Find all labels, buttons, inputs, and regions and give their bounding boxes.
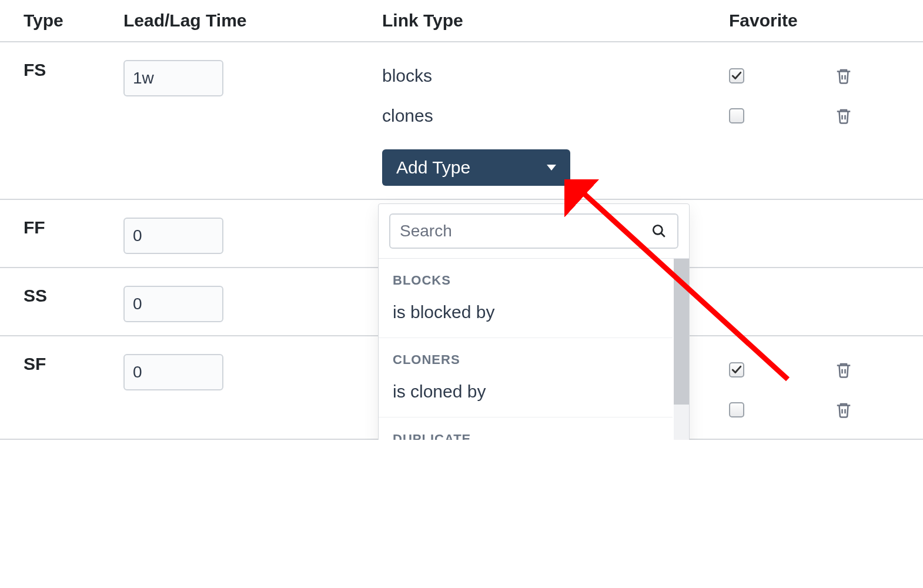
col-header-favorite: Favorite: [705, 0, 811, 42]
add-type-button[interactable]: Add Type: [382, 149, 570, 186]
add-type-dropdown: BLOCKS is blocked by CLONERS is cloned b…: [378, 203, 690, 440]
trash-icon[interactable]: [835, 400, 852, 419]
link-type-label: blocks: [382, 60, 698, 92]
dropdown-group-header: DUPLICATE: [379, 417, 673, 440]
type-label: SS: [0, 268, 100, 336]
type-label: FF: [0, 199, 100, 268]
dropdown-group-header: CLONERS: [379, 338, 673, 372]
chevron-down-icon: [547, 165, 556, 171]
trash-icon[interactable]: [835, 360, 852, 379]
search-icon: [651, 223, 667, 239]
svg-point-0: [653, 225, 662, 234]
col-header-lead: Lead/Lag Time: [100, 0, 359, 42]
col-header-link: Link Type: [359, 0, 705, 42]
lead-lag-input[interactable]: [123, 286, 223, 322]
lead-lag-input[interactable]: [123, 218, 223, 254]
dropdown-scrollbar[interactable]: [674, 259, 689, 440]
trash-icon[interactable]: [835, 66, 852, 85]
lead-lag-input[interactable]: [123, 354, 223, 390]
type-label: SF: [0, 336, 100, 439]
dropdown-group-header: BLOCKS: [379, 259, 673, 293]
favorite-checkbox[interactable]: [729, 68, 744, 83]
favorite-checkbox[interactable]: [729, 362, 744, 377]
dropdown-item[interactable]: is cloned by: [379, 372, 673, 417]
dropdown-item[interactable]: is blocked by: [379, 293, 673, 338]
lead-lag-input[interactable]: [123, 60, 223, 96]
row-fs: FS blocks clones Add Type: [0, 42, 923, 199]
col-header-delete: [811, 0, 923, 42]
trash-icon[interactable]: [835, 106, 852, 125]
scrollbar-thumb[interactable]: [674, 259, 689, 405]
col-header-type: Type: [0, 0, 100, 42]
link-type-label: clones: [382, 100, 698, 132]
add-type-button-label: Add Type: [396, 158, 470, 178]
favorite-checkbox[interactable]: [729, 108, 744, 123]
dependency-config-panel: Type Lead/Lag Time Link Type Favorite FS…: [0, 0, 923, 440]
dropdown-search-input[interactable]: [390, 222, 651, 240]
type-label: FS: [0, 42, 100, 199]
favorite-checkbox[interactable]: [729, 402, 744, 417]
